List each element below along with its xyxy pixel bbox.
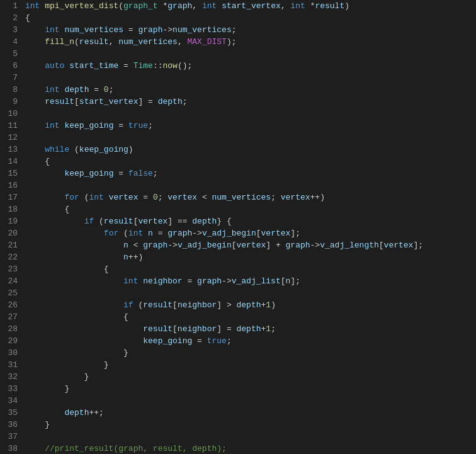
code-line: }	[25, 383, 476, 395]
line-number: 26	[5, 299, 18, 311]
code-line: {	[25, 263, 476, 275]
code-line: int depth = 0;	[25, 84, 476, 96]
line-number: 15	[5, 167, 18, 179]
line-number: 20	[5, 227, 18, 239]
code-line: n++)	[25, 251, 476, 263]
line-number: 36	[5, 419, 18, 431]
code-line: if (result[neighbor] > depth+1)	[25, 299, 476, 311]
code-line: {	[25, 311, 476, 323]
line-number: 13	[5, 144, 18, 156]
line-number: 19	[5, 215, 18, 227]
line-number: 33	[5, 383, 18, 395]
code-line: depth++;	[25, 407, 476, 419]
code-line: {	[25, 156, 476, 167]
line-number: 6	[5, 60, 18, 72]
line-number: 18	[5, 203, 18, 215]
code-line: int keep_going = true;	[25, 120, 476, 132]
line-number: 5	[5, 48, 18, 60]
code-line: }	[25, 371, 476, 383]
line-number: 2	[5, 12, 18, 24]
code-line: //print_result(graph, result, depth);	[25, 443, 476, 454]
code-line	[25, 179, 476, 191]
line-number: 25	[5, 287, 18, 299]
line-number: 21	[5, 239, 18, 251]
code-line: int mpi_vertex_dist(graph_t *graph, int …	[25, 0, 476, 12]
code-line: int num_vertices = graph->num_vertices;	[25, 24, 476, 36]
code-line: for (int n = graph->v_adj_begin[vertex];	[25, 227, 476, 239]
code-line	[25, 48, 476, 60]
code-line: auto start_time = Time::now();	[25, 60, 476, 72]
line-number: 11	[5, 120, 18, 132]
code-line: int neighbor = graph->v_adj_list[n];	[25, 275, 476, 287]
line-number: 17	[5, 191, 18, 203]
line-number: 37	[5, 431, 18, 443]
code-line: {	[25, 12, 476, 24]
code-line	[25, 72, 476, 84]
code-line: keep_going = false;	[25, 167, 476, 179]
line-number: 1	[5, 0, 18, 12]
line-number: 14	[5, 156, 18, 167]
line-number: 3	[5, 24, 18, 36]
line-number-gutter: 1234567891011121314151617181920212223242…	[0, 0, 23, 454]
code-line	[25, 431, 476, 443]
line-number: 27	[5, 311, 18, 323]
code-line: result[neighbor] = depth+1;	[25, 323, 476, 335]
line-number: 29	[5, 335, 18, 347]
line-number: 7	[5, 72, 18, 84]
line-number: 12	[5, 132, 18, 144]
code-line: while (keep_going)	[25, 144, 476, 156]
code-line: keep_going = true;	[25, 335, 476, 347]
code-line: {	[25, 203, 476, 215]
line-number: 8	[5, 84, 18, 96]
code-line: }	[25, 359, 476, 371]
line-number: 34	[5, 395, 18, 407]
code-line	[25, 108, 476, 120]
line-number: 10	[5, 108, 18, 120]
code-line: }	[25, 347, 476, 359]
code-content[interactable]: int mpi_vertex_dist(graph_t *graph, int …	[23, 0, 476, 454]
line-number: 4	[5, 36, 18, 48]
line-number: 9	[5, 96, 18, 108]
code-line: fill_n(result, num_vertices, MAX_DIST);	[25, 36, 476, 48]
line-number: 24	[5, 275, 18, 287]
line-number: 35	[5, 407, 18, 419]
code-line: n < graph->v_adj_begin[vertex] + graph->…	[25, 239, 476, 251]
code-line: for (int vertex = 0; vertex < num_vertic…	[25, 191, 476, 203]
line-number: 23	[5, 263, 18, 275]
code-line	[25, 287, 476, 299]
line-number: 28	[5, 323, 18, 335]
line-number: 30	[5, 347, 18, 359]
line-number: 31	[5, 359, 18, 371]
line-number: 22	[5, 251, 18, 263]
code-line: }	[25, 419, 476, 431]
code-line	[25, 132, 476, 144]
code-line: result[start_vertex] = depth;	[25, 96, 476, 108]
line-number: 32	[5, 371, 18, 383]
code-line	[25, 395, 476, 407]
code-editor: 1234567891011121314151617181920212223242…	[0, 0, 476, 454]
line-number: 16	[5, 179, 18, 191]
line-number: 38	[5, 443, 18, 454]
code-line: if (result[vertex] == depth} {	[25, 215, 476, 227]
